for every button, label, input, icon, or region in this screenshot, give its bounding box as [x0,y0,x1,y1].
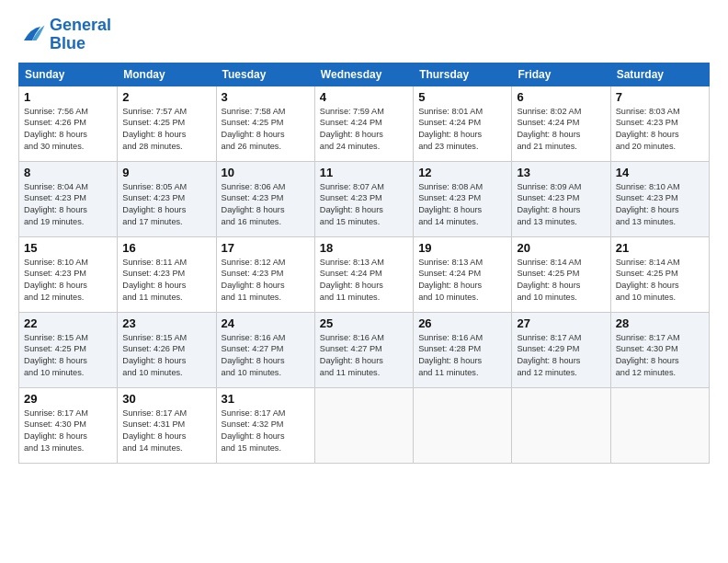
calendar-cell: 20Sunrise: 8:14 AMSunset: 4:25 PMDayligh… [512,236,610,312]
header: General Blue [18,17,710,53]
cell-text: Sunrise: 8:14 AMSunset: 4:25 PMDaylight:… [616,257,704,304]
logo: General Blue [18,17,111,53]
day-number: 15 [24,241,112,255]
day-number: 4 [320,90,408,104]
calendar-cell [414,387,512,463]
calendar-cell: 10Sunrise: 8:06 AMSunset: 4:23 PMDayligh… [216,161,314,236]
calendar-cell: 31Sunrise: 8:17 AMSunset: 4:32 PMDayligh… [216,387,314,463]
day-number: 29 [24,392,112,406]
day-number: 14 [616,166,704,179]
cell-text: Sunrise: 7:58 AMSunset: 4:25 PMDaylight:… [222,106,310,154]
calendar-cell [512,387,610,463]
calendar-cell: 25Sunrise: 8:16 AMSunset: 4:27 PMDayligh… [314,312,413,387]
calendar-cell: 12Sunrise: 8:08 AMSunset: 4:23 PMDayligh… [414,161,512,236]
calendar-cell: 28Sunrise: 8:17 AMSunset: 4:30 PMDayligh… [610,312,709,387]
calendar-cell [314,387,413,463]
day-number: 17 [222,241,310,255]
day-number: 11 [320,166,408,179]
day-number: 25 [320,316,408,330]
calendar-cell: 9Sunrise: 8:05 AMSunset: 4:23 PMDaylight… [118,161,216,236]
cell-text: Sunrise: 8:10 AMSunset: 4:23 PMDaylight:… [616,181,704,229]
day-number: 19 [418,241,506,255]
cell-text: Sunrise: 7:57 AMSunset: 4:25 PMDaylight:… [122,106,210,154]
day-number: 24 [222,316,310,330]
cell-text: Sunrise: 8:15 AMSunset: 4:26 PMDaylight:… [122,332,210,380]
day-number: 6 [517,90,605,104]
calendar-week-2: 8Sunrise: 8:04 AMSunset: 4:23 PMDaylight… [19,161,710,236]
cell-text: Sunrise: 8:16 AMSunset: 4:28 PMDaylight:… [418,332,506,380]
calendar-cell: 8Sunrise: 8:04 AMSunset: 4:23 PMDaylight… [19,161,118,236]
day-number: 2 [122,90,210,104]
calendar-cell: 15Sunrise: 8:10 AMSunset: 4:23 PMDayligh… [19,236,118,312]
calendar-cell: 30Sunrise: 8:17 AMSunset: 4:31 PMDayligh… [118,387,216,463]
day-number: 23 [122,316,210,330]
day-number: 10 [222,166,310,179]
cell-text: Sunrise: 8:05 AMSunset: 4:23 PMDaylight:… [122,181,210,229]
calendar-cell: 27Sunrise: 8:17 AMSunset: 4:29 PMDayligh… [512,312,610,387]
calendar-cell: 29Sunrise: 8:17 AMSunset: 4:30 PMDayligh… [19,387,118,463]
day-number: 26 [418,316,506,330]
day-number: 31 [222,392,310,406]
day-number: 21 [616,241,704,255]
calendar-cell: 24Sunrise: 8:16 AMSunset: 4:27 PMDayligh… [216,312,314,387]
calendar-week-5: 29Sunrise: 8:17 AMSunset: 4:30 PMDayligh… [19,387,710,463]
cell-text: Sunrise: 8:07 AMSunset: 4:23 PMDaylight:… [320,181,408,229]
calendar-cell: 22Sunrise: 8:15 AMSunset: 4:25 PMDayligh… [19,312,118,387]
calendar-cell: 13Sunrise: 8:09 AMSunset: 4:23 PMDayligh… [512,161,610,236]
cell-text: Sunrise: 8:09 AMSunset: 4:23 PMDaylight:… [517,181,605,229]
calendar-cell: 26Sunrise: 8:16 AMSunset: 4:28 PMDayligh… [414,312,512,387]
logo-general: General [50,16,111,34]
weekday-header-friday: Friday [512,63,610,86]
calendar-table: SundayMondayTuesdayWednesdayThursdayFrid… [18,63,710,464]
cell-text: Sunrise: 8:01 AMSunset: 4:24 PMDaylight:… [418,106,506,154]
cell-text: Sunrise: 8:17 AMSunset: 4:30 PMDaylight:… [616,332,704,380]
day-number: 20 [517,241,605,255]
day-number: 8 [24,166,112,179]
cell-text: Sunrise: 8:16 AMSunset: 4:27 PMDaylight:… [320,332,408,380]
cell-text: Sunrise: 7:59 AMSunset: 4:24 PMDaylight:… [320,106,408,154]
cell-text: Sunrise: 8:04 AMSunset: 4:23 PMDaylight:… [24,181,112,229]
day-number: 5 [418,90,506,104]
cell-text: Sunrise: 8:03 AMSunset: 4:23 PMDaylight:… [616,106,704,154]
weekday-header-sunday: Sunday [19,63,118,86]
calendar-week-4: 22Sunrise: 8:15 AMSunset: 4:25 PMDayligh… [19,312,710,387]
day-number: 13 [517,166,605,179]
cell-text: Sunrise: 8:13 AMSunset: 4:24 PMDaylight:… [320,257,408,304]
calendar-cell: 2Sunrise: 7:57 AMSunset: 4:25 PMDaylight… [118,86,216,161]
cell-text: Sunrise: 8:17 AMSunset: 4:30 PMDaylight:… [24,408,112,455]
day-number: 18 [320,241,408,255]
day-number: 9 [122,166,210,179]
day-number: 1 [24,90,112,104]
cell-text: Sunrise: 8:17 AMSunset: 4:32 PMDaylight:… [222,408,310,455]
cell-text: Sunrise: 8:11 AMSunset: 4:23 PMDaylight:… [122,257,210,304]
calendar-cell: 18Sunrise: 8:13 AMSunset: 4:24 PMDayligh… [314,236,413,312]
day-number: 22 [24,316,112,330]
day-number: 7 [616,90,704,104]
cell-text: Sunrise: 8:17 AMSunset: 4:29 PMDaylight:… [517,332,605,380]
calendar-cell: 7Sunrise: 8:03 AMSunset: 4:23 PMDaylight… [610,86,709,161]
calendar-cell [610,387,709,463]
calendar-cell: 1Sunrise: 7:56 AMSunset: 4:26 PMDaylight… [19,86,118,161]
weekday-header-tuesday: Tuesday [216,63,314,86]
calendar-cell: 17Sunrise: 8:12 AMSunset: 4:23 PMDayligh… [216,236,314,312]
calendar-cell: 19Sunrise: 8:13 AMSunset: 4:24 PMDayligh… [414,236,512,312]
page: General Blue SundayMondayTuesdayWednesda… [0,0,728,473]
calendar-cell: 16Sunrise: 8:11 AMSunset: 4:23 PMDayligh… [118,236,216,312]
cell-text: Sunrise: 8:08 AMSunset: 4:23 PMDaylight:… [418,181,506,229]
calendar-cell: 6Sunrise: 8:02 AMSunset: 4:24 PMDaylight… [512,86,610,161]
day-number: 16 [122,241,210,255]
calendar-cell: 11Sunrise: 8:07 AMSunset: 4:23 PMDayligh… [314,161,413,236]
logo-text: General Blue [50,17,111,53]
weekday-header-wednesday: Wednesday [314,63,413,86]
calendar-cell: 14Sunrise: 8:10 AMSunset: 4:23 PMDayligh… [610,161,709,236]
calendar-cell: 3Sunrise: 7:58 AMSunset: 4:25 PMDaylight… [216,86,314,161]
cell-text: Sunrise: 8:10 AMSunset: 4:23 PMDaylight:… [24,257,112,304]
cell-text: Sunrise: 7:56 AMSunset: 4:26 PMDaylight:… [24,106,112,154]
cell-text: Sunrise: 8:14 AMSunset: 4:25 PMDaylight:… [517,257,605,304]
logo-blue: Blue [50,34,85,52]
cell-text: Sunrise: 8:17 AMSunset: 4:31 PMDaylight:… [122,408,210,455]
day-number: 3 [222,90,310,104]
weekday-header-thursday: Thursday [414,63,512,86]
day-number: 27 [517,316,605,330]
cell-text: Sunrise: 8:12 AMSunset: 4:23 PMDaylight:… [222,257,310,304]
